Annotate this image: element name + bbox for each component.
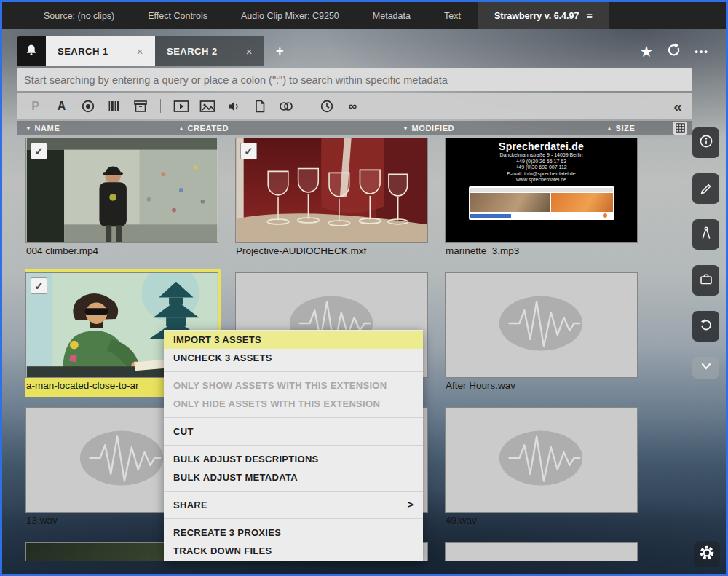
webpage-images	[470, 193, 613, 212]
grid-view-button[interactable]	[673, 122, 687, 135]
sort-asc-icon: ▲	[178, 125, 185, 132]
menu-item-uncheck-assets[interactable]: UNCHECK 3 ASSETS	[164, 349, 423, 367]
search-input[interactable]	[17, 68, 692, 91]
sync-button[interactable]	[692, 311, 719, 342]
settings-button[interactable]	[694, 541, 720, 567]
top-tab-strawberry[interactable]: Strawberry v. 6.4.97 ≡	[478, 2, 609, 29]
record-filter-button[interactable]	[76, 97, 99, 116]
top-tab-text[interactable]: Text	[427, 2, 478, 29]
orange-dot	[603, 213, 607, 218]
info-icon	[699, 134, 713, 151]
projects-button[interactable]	[692, 265, 719, 296]
filter-toolbar: P A ∞ «	[17, 93, 692, 119]
menu-item-label: CUT	[173, 425, 194, 438]
app-window: Source: (no clips) Effect Controls Audio…	[0, 0, 728, 576]
toolbar-divider	[160, 99, 161, 113]
asset-card[interactable]	[445, 542, 638, 561]
menu-item-import-assets[interactable]: IMPORT 3 ASSETS	[164, 331, 423, 349]
column-header-modified[interactable]: ▼MODIFIED	[403, 121, 454, 135]
column-label: MODIFIED	[412, 124, 455, 133]
design-tools-button[interactable]	[692, 219, 719, 250]
webpage-screenshot	[469, 186, 614, 220]
asset-card[interactable]: 49.wav	[445, 407, 638, 529]
recent-filter-button[interactable]	[315, 97, 338, 116]
top-tab-effect-controls[interactable]: Effect Controls	[131, 2, 224, 29]
menu-item-bulk-adjust-descriptions[interactable]: BULK ADJUST DESCRIPTIONS	[164, 450, 423, 468]
info-button[interactable]	[692, 127, 719, 158]
top-tab-label: Source: (no clips)	[44, 11, 114, 21]
close-icon[interactable]: ×	[242, 44, 257, 59]
unlimited-filter-button[interactable]: ∞	[341, 97, 364, 116]
asset-name: 49.wav	[445, 513, 638, 529]
more-options-button[interactable]: •••	[688, 36, 716, 66]
asset-card[interactable]: ✓ 004 climber.mp4	[25, 138, 218, 259]
tab-search-2[interactable]: SEARCH 2 ×	[155, 36, 264, 66]
submenu-arrow-icon: >	[408, 499, 414, 511]
tab-search-1[interactable]: SEARCH 1 ×	[46, 36, 155, 66]
menu-separator	[164, 371, 423, 372]
refresh-icon	[666, 42, 682, 61]
collapse-toolbar-button[interactable]: «	[673, 98, 685, 115]
video-icon	[173, 99, 189, 114]
top-tab-metadata[interactable]: Metadata	[356, 2, 427, 29]
menu-item-recreate-proxies[interactable]: RECREATE 3 PROXIES	[164, 524, 423, 542]
menu-item-label: TRACK DOWN FILES	[173, 545, 272, 557]
top-tab-source[interactable]: Source: (no clips)	[27, 2, 131, 29]
refresh-button[interactable]	[660, 36, 688, 66]
panel-menu-icon[interactable]: ≡	[586, 10, 592, 22]
gear-icon	[698, 544, 716, 564]
add-search-tab-button[interactable]: +	[264, 36, 296, 66]
menu-item-track-down-files[interactable]: TRACK DOWN FILES	[164, 542, 423, 560]
right-toolbar	[692, 127, 720, 379]
column-header-size[interactable]: ▲SIZE	[606, 121, 635, 135]
link-rings-icon	[278, 99, 294, 114]
asset-checkbox[interactable]: ✓	[31, 277, 47, 294]
column-header-name[interactable]: ▼NAME	[25, 121, 60, 135]
asset-name: After Hours.wav	[445, 378, 638, 394]
context-menu: IMPORT 3 ASSETS UNCHECK 3 ASSETS ONLY SH…	[164, 330, 423, 561]
asset-checkbox[interactable]: ✓	[31, 143, 47, 159]
video-filter-button[interactable]	[170, 97, 192, 116]
image-filter-button[interactable]	[196, 97, 218, 116]
record-icon	[81, 99, 95, 114]
proxy-filter-button[interactable]: P	[24, 97, 47, 116]
asset-checkbox[interactable]: ✓	[240, 143, 257, 159]
compass-icon	[699, 226, 713, 243]
top-tab-audio-clip-mixer[interactable]: Audio Clip Mixer: C9250	[224, 2, 356, 29]
barcode-filter-button[interactable]	[103, 97, 125, 116]
assets-filter-button[interactable]: A	[50, 97, 73, 116]
edit-button[interactable]	[692, 173, 719, 204]
menu-separator	[164, 445, 423, 446]
asset-card[interactable]: After Hours.wav	[445, 272, 638, 394]
archive-filter-button[interactable]	[129, 97, 151, 116]
notifications-button[interactable]	[17, 36, 46, 66]
thumb-line: Danckelmannstraße 9 - 14059 Berlin	[446, 152, 637, 159]
close-icon[interactable]: ×	[132, 44, 148, 59]
sort-asc-icon: ▲	[606, 125, 613, 132]
asset-card[interactable]: ✓ Projective-AUDIOCHECK.mxf	[235, 138, 428, 259]
webpage-footer	[470, 213, 613, 218]
expand-rail-button[interactable]	[692, 357, 719, 379]
panel-tab-bar: Source: (no clips) Effect Controls Audio…	[2, 2, 726, 29]
video-thumbnail: ✓	[235, 138, 428, 243]
link-filter-button[interactable]	[274, 97, 297, 116]
search-tab-row: SEARCH 1 × SEARCH 2 × + ★ •••	[17, 36, 716, 66]
sort-desc-icon: ▼	[25, 125, 32, 132]
video-thumbnail: ✓	[25, 138, 218, 243]
asset-card[interactable]: Sprecherdatei.de Danckelmannstraße 9 - 1…	[445, 138, 638, 259]
document-filter-button[interactable]	[248, 97, 271, 116]
star-icon: ★	[640, 44, 654, 59]
column-header-created[interactable]: ▲CREATED	[178, 121, 229, 135]
column-label: SIZE	[616, 124, 636, 133]
menu-item-share[interactable]: SHARE>	[164, 496, 423, 514]
audio-filter-button[interactable]	[222, 97, 245, 116]
clock-icon	[320, 99, 334, 114]
speaker-icon	[226, 99, 241, 114]
ellipsis-icon: •••	[695, 46, 709, 57]
menu-item-cut[interactable]: CUT	[164, 422, 423, 441]
column-label: CREATED	[188, 124, 229, 133]
sync-arrow-icon	[699, 317, 713, 335]
favorite-button[interactable]: ★	[633, 36, 660, 66]
menu-item-bulk-adjust-metadata[interactable]: BULK ADJUST METADATA	[164, 468, 423, 486]
top-tab-label: Text	[444, 11, 461, 21]
